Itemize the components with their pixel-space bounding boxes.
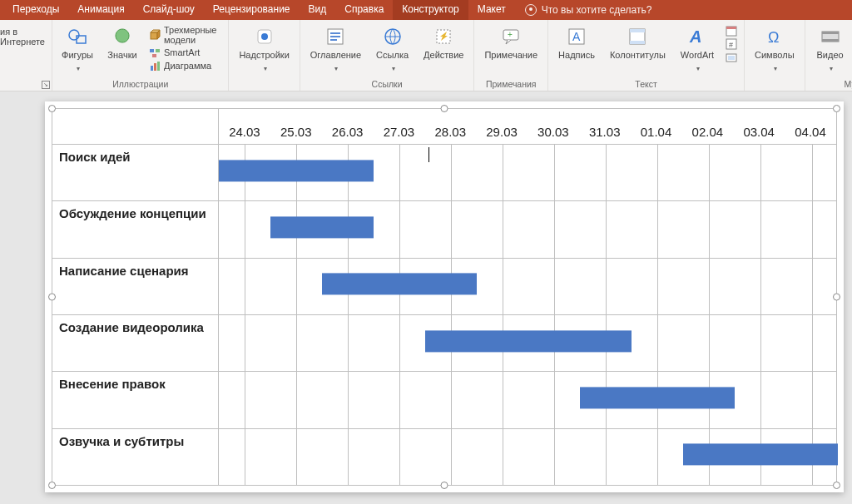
svg-rect-1 (77, 36, 86, 43)
gantt-date: 29.03 (476, 125, 528, 144)
shapes-button[interactable]: Фигуры (59, 23, 96, 74)
comment-button[interactable]: + Примечание (481, 23, 541, 62)
textbox-icon: A (565, 25, 588, 48)
group-label-media: Мультимедиа (812, 77, 852, 89)
gantt-date: 03.04 (733, 125, 785, 144)
slidenumber-button[interactable]: # (726, 38, 737, 50)
number-icon: # (726, 38, 737, 50)
tab-design[interactable]: Конструктор (393, 0, 468, 20)
svg-rect-6 (151, 66, 153, 71)
tab-slideshow[interactable]: Слайд-шоу (134, 0, 204, 20)
gantt-task-label: Написание сценария (52, 258, 218, 314)
svg-rect-3 (150, 49, 154, 52)
gantt-task-label: Озвучка и субтитры (52, 428, 218, 485)
tab-view[interactable]: Вид (300, 0, 336, 20)
object-button[interactable] (726, 52, 737, 63)
toc-label: Оглавление (310, 50, 361, 61)
shapes-label: Фигуры (62, 50, 93, 61)
smartart-label: SmartArt (164, 47, 200, 57)
shapes-icon (66, 25, 89, 48)
group-illustrations: Фигуры Значки Трехмерные модели (52, 20, 229, 91)
addins-icon (253, 25, 276, 48)
slide-canvas[interactable]: 24.0325.0326.0327.0328.0329.0330.0331.03… (0, 91, 852, 504)
hyperlink-button[interactable]: Ссылка (373, 23, 412, 74)
gantt-row (219, 144, 836, 200)
toc-button[interactable]: Оглавление (307, 23, 364, 74)
svg-rect-26 (726, 27, 736, 29)
gantt-bar[interactable] (425, 330, 632, 352)
group-text: A Надпись Колонтитулы A WordArt (548, 20, 745, 91)
svg-text:A: A (689, 27, 701, 46)
tab-help[interactable]: Справка (335, 0, 393, 20)
group-comments: + Примечание Примечания (474, 20, 548, 91)
gantt-task-label: Внесение правок (52, 371, 218, 427)
gantt-bar[interactable] (270, 216, 374, 238)
group-label-comments: Примечания (481, 77, 541, 89)
textbox-label: Надпись (558, 50, 595, 61)
svg-rect-13 (330, 36, 340, 37)
symbols-button[interactable]: Ω Символы (751, 23, 798, 74)
gantt-task-label: Создание видеоролика (52, 314, 218, 371)
gantt-row (219, 428, 836, 485)
gantt-chart-object[interactable]: 24.0325.0326.0327.0328.0329.0330.0331.03… (52, 108, 837, 486)
smartart-button[interactable]: SmartArt (149, 47, 221, 58)
text-cursor (428, 147, 429, 162)
gantt-task-label: Обсуждение концепции (52, 200, 218, 257)
slide[interactable]: 24.0325.0326.0327.0328.0329.0330.0331.03… (45, 101, 844, 492)
wordart-label: WordArt (681, 50, 714, 61)
action-button[interactable]: Действие (420, 23, 467, 62)
gantt-row (219, 258, 836, 314)
textbox-button[interactable]: A Надпись (555, 23, 598, 62)
tell-me-search[interactable]: Что вы хотите сделать? (515, 0, 662, 20)
datetime-button[interactable] (726, 25, 737, 37)
gantt-date: 26.03 (322, 125, 374, 144)
gantt-bar[interactable] (219, 160, 374, 181)
gantt-date: 30.03 (528, 125, 579, 144)
group-label-text: Текст (555, 77, 737, 89)
tab-animation[interactable]: Анимация (68, 0, 133, 20)
addins-button[interactable]: Надстройки (235, 23, 292, 74)
datetime-icon (726, 25, 737, 37)
link-icon (381, 25, 404, 48)
svg-rect-14 (330, 39, 337, 41)
icons-button[interactable]: Значки (104, 23, 141, 62)
tab-review[interactable]: Рецензирование (204, 0, 300, 20)
chart-icon (149, 60, 161, 72)
svg-text:#: # (729, 41, 733, 49)
headerfooter-button[interactable]: Колонтитулы (607, 23, 669, 62)
tab-transitions[interactable]: Переходы (3, 0, 68, 20)
dialog-launcher-icon[interactable]: ↘ (42, 81, 50, 89)
group-symbols: Ω Символы (745, 20, 805, 91)
gantt-date: 01.04 (631, 125, 682, 144)
gantt-date: 27.03 (373, 125, 424, 144)
symbols-label: Символы (755, 50, 795, 61)
chart-button[interactable]: Диаграмма (149, 60, 221, 72)
gantt-bar[interactable] (322, 274, 477, 295)
svg-rect-30 (728, 56, 735, 60)
gantt-bar[interactable] (683, 444, 838, 466)
3d-models-button[interactable]: Трехмерные модели (149, 25, 221, 45)
svg-rect-33 (822, 32, 839, 34)
video-button[interactable]: Видео (812, 23, 849, 74)
lightbulb-icon (525, 4, 537, 16)
svg-point-10 (261, 33, 268, 40)
svg-rect-22 (630, 29, 645, 32)
video-icon (819, 25, 842, 48)
group-label-links: Ссылки (307, 77, 468, 89)
video-label: Видео (817, 50, 844, 61)
gantt-bar[interactable] (580, 387, 735, 408)
headerfooter-label: Колонтитулы (610, 50, 666, 61)
group-links: Оглавление Ссылка Действие Ссылки (300, 20, 475, 91)
tab-layout[interactable]: Макет (468, 0, 515, 20)
svg-rect-2 (151, 32, 157, 39)
tell-me-label: Что вы хотите сделать? (542, 4, 652, 16)
svg-text:+: + (508, 30, 513, 39)
chart-label: Диаграмма (164, 61, 211, 71)
truncated-text: ия в Интернете (0, 27, 45, 47)
wordart-button[interactable]: A WordArt (677, 23, 717, 74)
group-addins: Надстройки (229, 20, 300, 91)
action-label: Действие (424, 50, 463, 61)
group-media: Видео Звук За эк Мультимедиа (805, 20, 852, 91)
svg-rect-8 (157, 62, 160, 71)
gantt-date: 25.03 (270, 125, 322, 144)
